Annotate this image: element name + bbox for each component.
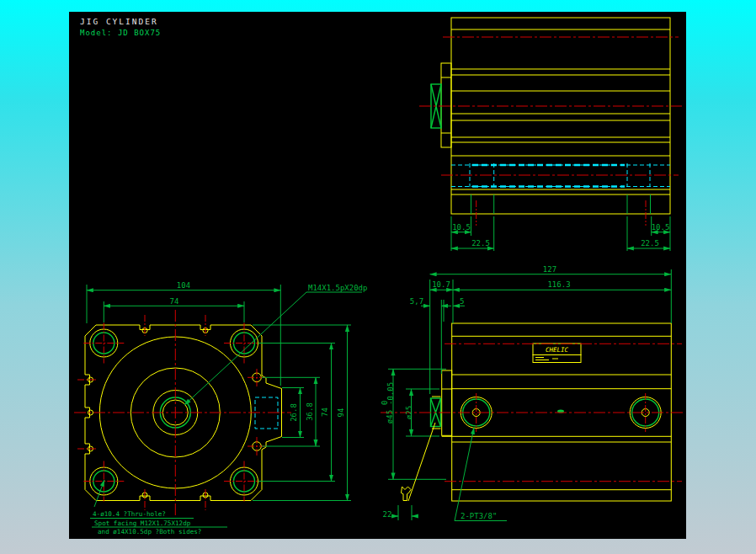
dim-port-offset-right: 10.5	[652, 223, 670, 232]
drawing-model: Model: JD BOX75	[80, 29, 161, 37]
dim-slot-right: 22.5	[641, 239, 659, 248]
hole-note-line2: Spot facing M12X1.75X12dp	[94, 519, 191, 527]
nameplate-brand: CHELIC	[546, 346, 569, 354]
dim-boss-inner: 26.8	[290, 403, 298, 422]
plate-dia-value: ø45	[386, 410, 394, 423]
dim-step: 5	[460, 297, 464, 306]
hole-note-line1: 4-ø10.4 ?Thru-hole?	[93, 510, 166, 518]
dim-bolt-pitch-v: 74	[321, 408, 329, 417]
drawing-title: JIG CYLINDER	[80, 17, 158, 26]
hole-note-line3: and ø14X10.5dp ?Both sides?	[98, 528, 201, 535]
dim-overall-width: 104	[177, 281, 190, 290]
dim-body-height: 94	[337, 408, 345, 418]
dim-slot-left: 22.5	[471, 239, 490, 248]
port-callout: 2-PT3/8"	[461, 512, 497, 520]
rod-dia-label: ø25	[405, 406, 413, 419]
dim-port-offset-left: 10.5	[452, 223, 471, 232]
dim-boss-outer: 36.8	[306, 402, 314, 421]
dim-bolt-pitch-h: 74	[170, 297, 179, 306]
plate-dia-tol-lower: -0.05	[386, 382, 395, 405]
dim-overall-length: 127	[543, 265, 556, 274]
thread-callout: M14X1.5pX20dp	[308, 284, 367, 292]
drawing-canvas: JIG CYLINDER Model: JD BOX75	[0, 0, 756, 554]
dim-body-length: 116.3	[547, 280, 570, 289]
dim-wrench-flats: 22	[383, 510, 392, 519]
dim-plate-thickness: 5,7	[410, 297, 423, 306]
dim-head-length: 10.7	[432, 280, 450, 289]
cad-viewport: JIG CYLINDER Model: JD BOX75	[0, 0, 756, 554]
